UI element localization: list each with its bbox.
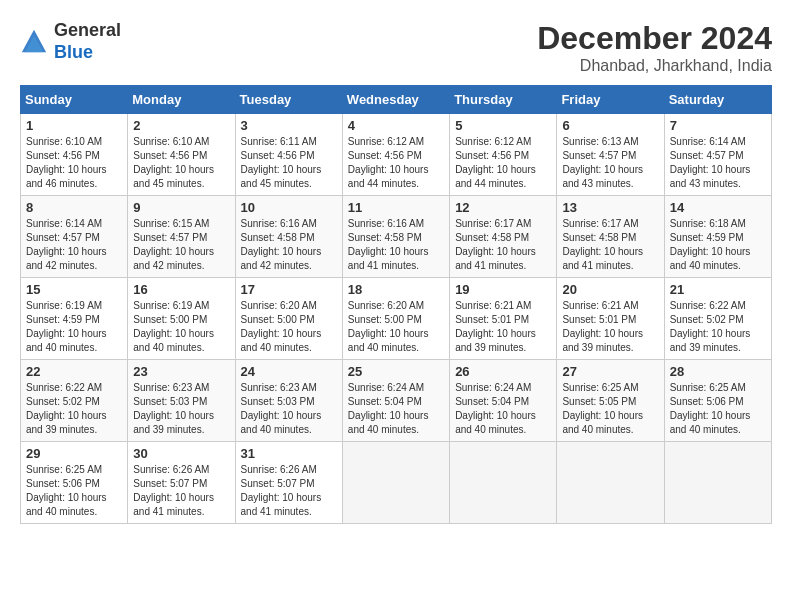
day-info: Sunrise: 6:24 AM Sunset: 5:04 PM Dayligh… (348, 381, 444, 437)
calendar-row: 29Sunrise: 6:25 AM Sunset: 5:06 PM Dayli… (21, 442, 772, 524)
table-row: 17Sunrise: 6:20 AM Sunset: 5:00 PM Dayli… (235, 278, 342, 360)
day-header-tuesday: Tuesday (235, 86, 342, 114)
day-info: Sunrise: 6:22 AM Sunset: 5:02 PM Dayligh… (670, 299, 766, 355)
day-number: 26 (455, 364, 551, 379)
day-number: 9 (133, 200, 229, 215)
table-row: 21Sunrise: 6:22 AM Sunset: 5:02 PM Dayli… (664, 278, 771, 360)
month-title: December 2024 (537, 20, 772, 57)
day-info: Sunrise: 6:16 AM Sunset: 4:58 PM Dayligh… (348, 217, 444, 273)
table-row: 14Sunrise: 6:18 AM Sunset: 4:59 PM Dayli… (664, 196, 771, 278)
day-info: Sunrise: 6:21 AM Sunset: 5:01 PM Dayligh… (455, 299, 551, 355)
logo: General Blue (20, 20, 121, 63)
day-info: Sunrise: 6:12 AM Sunset: 4:56 PM Dayligh… (455, 135, 551, 191)
table-row: 22Sunrise: 6:22 AM Sunset: 5:02 PM Dayli… (21, 360, 128, 442)
day-number: 24 (241, 364, 337, 379)
table-row: 18Sunrise: 6:20 AM Sunset: 5:00 PM Dayli… (342, 278, 449, 360)
day-number: 30 (133, 446, 229, 461)
table-row: 16Sunrise: 6:19 AM Sunset: 5:00 PM Dayli… (128, 278, 235, 360)
title-area: December 2024 Dhanbad, Jharkhand, India (537, 20, 772, 75)
table-row (450, 442, 557, 524)
day-info: Sunrise: 6:26 AM Sunset: 5:07 PM Dayligh… (133, 463, 229, 519)
day-info: Sunrise: 6:20 AM Sunset: 5:00 PM Dayligh… (348, 299, 444, 355)
table-row: 2Sunrise: 6:10 AM Sunset: 4:56 PM Daylig… (128, 114, 235, 196)
day-number: 22 (26, 364, 122, 379)
day-number: 7 (670, 118, 766, 133)
logo-general: General (54, 20, 121, 42)
day-info: Sunrise: 6:20 AM Sunset: 5:00 PM Dayligh… (241, 299, 337, 355)
calendar-row: 8Sunrise: 6:14 AM Sunset: 4:57 PM Daylig… (21, 196, 772, 278)
day-info: Sunrise: 6:19 AM Sunset: 5:00 PM Dayligh… (133, 299, 229, 355)
day-number: 8 (26, 200, 122, 215)
table-row (342, 442, 449, 524)
day-number: 23 (133, 364, 229, 379)
calendar-table: SundayMondayTuesdayWednesdayThursdayFrid… (20, 85, 772, 524)
table-row: 15Sunrise: 6:19 AM Sunset: 4:59 PM Dayli… (21, 278, 128, 360)
logo-icon (20, 28, 48, 56)
table-row: 31Sunrise: 6:26 AM Sunset: 5:07 PM Dayli… (235, 442, 342, 524)
table-row (557, 442, 664, 524)
calendar-row: 1Sunrise: 6:10 AM Sunset: 4:56 PM Daylig… (21, 114, 772, 196)
day-info: Sunrise: 6:14 AM Sunset: 4:57 PM Dayligh… (26, 217, 122, 273)
day-number: 15 (26, 282, 122, 297)
day-number: 19 (455, 282, 551, 297)
table-row: 19Sunrise: 6:21 AM Sunset: 5:01 PM Dayli… (450, 278, 557, 360)
day-info: Sunrise: 6:26 AM Sunset: 5:07 PM Dayligh… (241, 463, 337, 519)
day-info: Sunrise: 6:12 AM Sunset: 4:56 PM Dayligh… (348, 135, 444, 191)
location: Dhanbad, Jharkhand, India (537, 57, 772, 75)
day-number: 1 (26, 118, 122, 133)
day-number: 4 (348, 118, 444, 133)
table-row: 23Sunrise: 6:23 AM Sunset: 5:03 PM Dayli… (128, 360, 235, 442)
calendar-row: 22Sunrise: 6:22 AM Sunset: 5:02 PM Dayli… (21, 360, 772, 442)
day-number: 14 (670, 200, 766, 215)
day-info: Sunrise: 6:10 AM Sunset: 4:56 PM Dayligh… (133, 135, 229, 191)
day-info: Sunrise: 6:11 AM Sunset: 4:56 PM Dayligh… (241, 135, 337, 191)
page-header: General Blue December 2024 Dhanbad, Jhar… (20, 20, 772, 75)
day-number: 29 (26, 446, 122, 461)
day-header-saturday: Saturday (664, 86, 771, 114)
table-row: 11Sunrise: 6:16 AM Sunset: 4:58 PM Dayli… (342, 196, 449, 278)
day-info: Sunrise: 6:13 AM Sunset: 4:57 PM Dayligh… (562, 135, 658, 191)
table-row: 27Sunrise: 6:25 AM Sunset: 5:05 PM Dayli… (557, 360, 664, 442)
day-number: 25 (348, 364, 444, 379)
day-info: Sunrise: 6:15 AM Sunset: 4:57 PM Dayligh… (133, 217, 229, 273)
day-info: Sunrise: 6:25 AM Sunset: 5:06 PM Dayligh… (670, 381, 766, 437)
day-header-monday: Monday (128, 86, 235, 114)
logo-blue: Blue (54, 42, 121, 64)
day-number: 18 (348, 282, 444, 297)
day-info: Sunrise: 6:25 AM Sunset: 5:05 PM Dayligh… (562, 381, 658, 437)
day-info: Sunrise: 6:23 AM Sunset: 5:03 PM Dayligh… (241, 381, 337, 437)
table-row: 29Sunrise: 6:25 AM Sunset: 5:06 PM Dayli… (21, 442, 128, 524)
table-row: 13Sunrise: 6:17 AM Sunset: 4:58 PM Dayli… (557, 196, 664, 278)
day-number: 11 (348, 200, 444, 215)
day-number: 6 (562, 118, 658, 133)
day-header-friday: Friday (557, 86, 664, 114)
day-number: 21 (670, 282, 766, 297)
day-info: Sunrise: 6:24 AM Sunset: 5:04 PM Dayligh… (455, 381, 551, 437)
day-info: Sunrise: 6:17 AM Sunset: 4:58 PM Dayligh… (562, 217, 658, 273)
day-number: 13 (562, 200, 658, 215)
day-info: Sunrise: 6:23 AM Sunset: 5:03 PM Dayligh… (133, 381, 229, 437)
day-info: Sunrise: 6:19 AM Sunset: 4:59 PM Dayligh… (26, 299, 122, 355)
table-row: 1Sunrise: 6:10 AM Sunset: 4:56 PM Daylig… (21, 114, 128, 196)
day-number: 12 (455, 200, 551, 215)
day-number: 10 (241, 200, 337, 215)
table-row: 25Sunrise: 6:24 AM Sunset: 5:04 PM Dayli… (342, 360, 449, 442)
day-number: 28 (670, 364, 766, 379)
table-row: 30Sunrise: 6:26 AM Sunset: 5:07 PM Dayli… (128, 442, 235, 524)
day-number: 5 (455, 118, 551, 133)
day-number: 27 (562, 364, 658, 379)
table-row: 28Sunrise: 6:25 AM Sunset: 5:06 PM Dayli… (664, 360, 771, 442)
table-row: 9Sunrise: 6:15 AM Sunset: 4:57 PM Daylig… (128, 196, 235, 278)
table-row: 8Sunrise: 6:14 AM Sunset: 4:57 PM Daylig… (21, 196, 128, 278)
table-row: 3Sunrise: 6:11 AM Sunset: 4:56 PM Daylig… (235, 114, 342, 196)
table-row: 12Sunrise: 6:17 AM Sunset: 4:58 PM Dayli… (450, 196, 557, 278)
logo-text: General Blue (54, 20, 121, 63)
day-header-thursday: Thursday (450, 86, 557, 114)
day-number: 20 (562, 282, 658, 297)
day-info: Sunrise: 6:16 AM Sunset: 4:58 PM Dayligh… (241, 217, 337, 273)
calendar-row: 15Sunrise: 6:19 AM Sunset: 4:59 PM Dayli… (21, 278, 772, 360)
table-row: 7Sunrise: 6:14 AM Sunset: 4:57 PM Daylig… (664, 114, 771, 196)
table-row: 10Sunrise: 6:16 AM Sunset: 4:58 PM Dayli… (235, 196, 342, 278)
day-header-sunday: Sunday (21, 86, 128, 114)
day-info: Sunrise: 6:17 AM Sunset: 4:58 PM Dayligh… (455, 217, 551, 273)
